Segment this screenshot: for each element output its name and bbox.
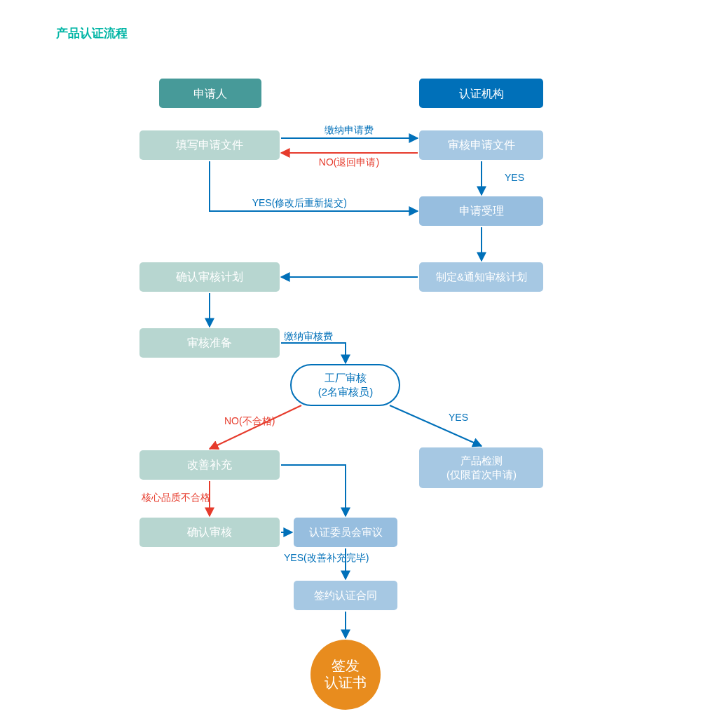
box-review-application: 审核申请文件: [419, 130, 543, 160]
box-committee-review: 认证委员会审议: [294, 518, 397, 547]
box-confirm-audit: 确认审核: [139, 518, 280, 547]
box-sign-contract: 签约认证合同: [294, 581, 397, 610]
label-factory-audit-2: (2名审核员): [318, 386, 373, 398]
decision-factory-audit: 工厂审核 (2名审核员): [291, 365, 400, 405]
lbl-core-fail: 核心品质不合格: [141, 492, 210, 503]
box-accept-application: 申请受理: [419, 196, 543, 226]
lbl-review-yes: YES: [505, 172, 524, 183]
label-fill-application: 填写申请文件: [175, 139, 243, 151]
label-improvement: 改善补充: [187, 459, 232, 471]
label-product-test-2: (仅限首次申请): [446, 469, 517, 480]
label-factory-audit-1: 工厂审核: [325, 372, 367, 384]
label-make-plan: 制定&通知审核计划: [436, 271, 527, 283]
box-product-test: 产品检测 (仅限首次申请): [419, 447, 543, 488]
label-committee-review: 认证委员会审议: [309, 526, 383, 538]
label-confirm-audit: 确认审核: [186, 526, 232, 538]
label-product-test-1: 产品检测: [460, 454, 503, 466]
svg-rect-8: [291, 365, 400, 405]
label-sign-contract: 签约认证合同: [314, 589, 377, 601]
lbl-pay-audit-fee: 缴纳审核费: [284, 330, 333, 342]
lbl-decision-yes: YES: [449, 412, 468, 423]
box-audit-prep: 审核准备: [139, 328, 280, 358]
lbl-resubmit: YES(修改后重新提交): [252, 197, 347, 208]
box-confirm-plan: 确认审核计划: [139, 262, 280, 292]
flow-diagram: 申请人 认证机构 填写申请文件 审核申请文件 缴纳申请费 NO(退回申请) YE…: [0, 0, 703, 728]
label-confirm-plan: 确认审核计划: [175, 271, 243, 283]
edge-decision-no: [210, 405, 301, 449]
box-make-plan: 制定&通知审核计划: [419, 262, 543, 292]
edge-improve-to-committee-top: [281, 465, 346, 516]
label-issue-cert-1: 签发: [332, 658, 360, 673]
label-review-application: 审核申请文件: [448, 139, 515, 151]
lbl-pay-app-fee: 缴纳申请费: [325, 124, 374, 135]
lbl-improve-done: YES(改善补充完毕): [284, 552, 369, 563]
header-applicant-label: 申请人: [193, 88, 227, 100]
header-applicant: 申请人: [159, 79, 261, 108]
lbl-return-no: NO(退回申请): [319, 156, 379, 168]
edge-prep-to-decision: [281, 343, 346, 363]
label-audit-prep: 审核准备: [187, 337, 232, 349]
label-issue-cert-2: 认证书: [325, 675, 367, 690]
box-improvement: 改善补充: [139, 450, 280, 480]
header-agency: 认证机构: [419, 79, 543, 108]
box-fill-application: 填写申请文件: [139, 130, 280, 160]
svg-rect-9: [419, 447, 543, 488]
header-agency-label: 认证机构: [459, 88, 504, 100]
final-issue-cert: 签发 认证书: [310, 640, 381, 710]
lbl-decision-no: NO(不合格): [224, 415, 275, 426]
label-accept-application: 申请受理: [459, 205, 504, 217]
